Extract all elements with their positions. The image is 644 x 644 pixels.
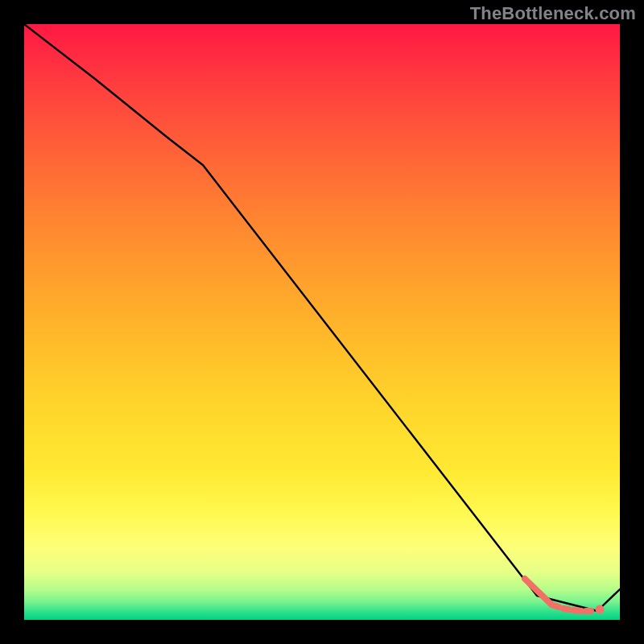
highlight-dashed-segment [554, 605, 591, 611]
watermark-text: TheBottleneck.com [470, 3, 636, 24]
chart-stage: TheBottleneck.com [0, 0, 644, 644]
main-curve [24, 24, 620, 611]
chart-svg [24, 24, 620, 620]
highlight-solid-segment [525, 579, 551, 605]
highlight-end-point [596, 605, 605, 614]
plot-area [24, 24, 620, 620]
